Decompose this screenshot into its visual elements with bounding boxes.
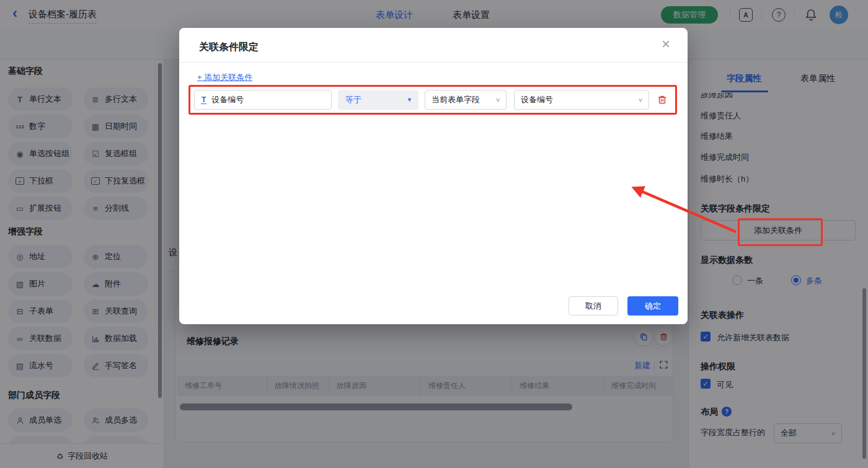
close-icon[interactable]: × (662, 37, 670, 51)
source-select[interactable]: 当前表单字段 ∨ (425, 90, 507, 110)
annotation-arrow (620, 179, 744, 241)
chevron-down-icon: ∨ (638, 97, 649, 103)
modal-add-condition-link[interactable]: + 添加关联条件 (197, 72, 252, 83)
triangle-down-icon: ▼ (407, 97, 418, 103)
confirm-button[interactable]: 确定 (627, 296, 678, 316)
chevron-down-icon: ∨ (495, 97, 506, 103)
plus-icon: + (197, 73, 204, 82)
target-select[interactable]: 设备编号 ∨ (514, 90, 649, 110)
annotation-box-add-condition (738, 218, 823, 246)
condition-modal: 关联条件限定 × + 添加关联条件 T 设备编号 等于 ▼ 当前表单字段 ∨ 设… (179, 28, 688, 324)
text-field-icon: T (201, 96, 206, 104)
trash-icon (657, 94, 668, 105)
modal-title: 关联条件限定 (199, 41, 259, 54)
condition-field-input[interactable]: T 设备编号 (194, 90, 332, 110)
app: ‹ 设备档案-履历表 表单设计 表单设置 数据管理 A ? 检 ⊘ 表单外链 ∿… (0, 0, 868, 468)
delete-condition-button[interactable] (657, 94, 668, 107)
cancel-button[interactable]: 取消 (569, 296, 618, 316)
operator-select[interactable]: 等于 ▼ (338, 90, 418, 110)
modal-header-divider (179, 62, 688, 63)
